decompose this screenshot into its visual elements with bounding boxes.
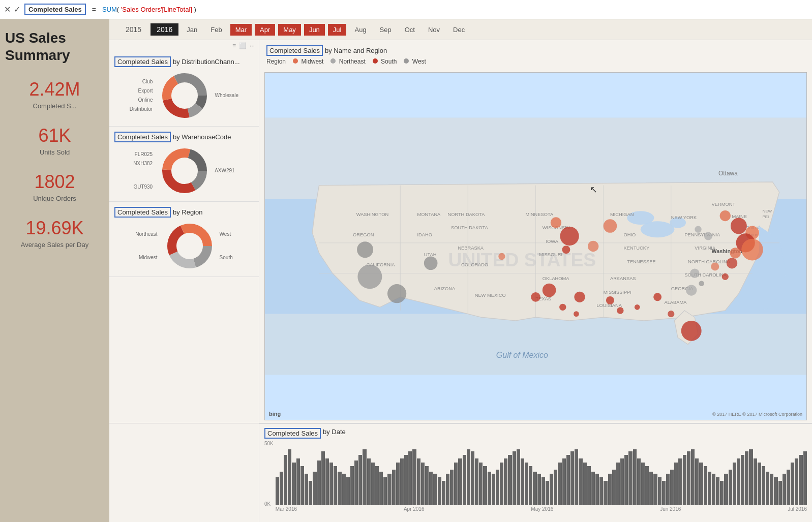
wh-title-rest: by WarehouseCode: [173, 133, 231, 141]
svg-point-77: [604, 219, 617, 233]
bar-item: [429, 472, 433, 505]
bar-item: [745, 451, 748, 505]
svg-point-96: [730, 248, 741, 258]
svg-point-93: [731, 218, 747, 234]
bar-item: [500, 463, 503, 505]
bar-item: [708, 472, 711, 505]
bottom-section: Completed Sales by Date 50K 0K Mar 2016 …: [109, 423, 812, 522]
legend-northeast[interactable]: Northeast: [330, 58, 365, 65]
panel-expand-icon[interactable]: ⬜: [239, 42, 247, 49]
x-label-mar: Mar 2016: [276, 506, 297, 512]
bar-item: [329, 463, 333, 505]
formula-bar: ✕ ✓ Completed Sales = SUM( 'Sales Orders…: [0, 0, 812, 19]
south-dot: [373, 58, 378, 64]
bar-item: [442, 481, 445, 505]
formula-fn: SUM: [102, 6, 117, 13]
bar-item: [305, 474, 308, 505]
month-apr[interactable]: Apr: [255, 24, 275, 36]
svg-text:NORTH DAKOTA: NORTH DAKOTA: [447, 212, 485, 217]
panel-more-icon[interactable]: ···: [250, 42, 255, 49]
bar-item: [521, 458, 524, 505]
bar-item: [496, 470, 499, 505]
kpi-panel: US Sales Summary 2.42M Completed S... 61…: [0, 19, 109, 522]
bar-item: [508, 455, 512, 505]
bar-item: [463, 455, 466, 505]
svg-text:OREGON: OREGON: [353, 232, 374, 237]
svg-text:OHIO: OHIO: [624, 232, 636, 237]
bar-item: [542, 477, 545, 505]
panel-menu-icon[interactable]: ≡: [232, 42, 236, 49]
equals-sign: =: [92, 6, 96, 14]
bar-item: [284, 455, 287, 505]
dist-label-online: Online: [130, 96, 153, 105]
year-2016[interactable]: 2016: [151, 23, 178, 36]
svg-point-98: [727, 258, 737, 268]
bar-item: [504, 458, 507, 505]
month-mar[interactable]: Mar: [230, 24, 252, 36]
svg-point-102: [690, 268, 700, 278]
bar-item: [550, 474, 553, 505]
month-jun[interactable]: Jun: [304, 24, 325, 36]
legend-south[interactable]: South: [373, 58, 397, 65]
svg-point-5: [172, 83, 197, 108]
bar-item: [774, 477, 777, 505]
bar-item: [583, 463, 587, 505]
legend-midwest[interactable]: Midwest: [293, 58, 323, 65]
wh-label-nxh382: NXH382: [133, 159, 153, 168]
bar-item: [288, 449, 291, 505]
distribution-donut-svg: [157, 73, 213, 118]
bar-item: [276, 477, 279, 505]
month-nov[interactable]: Nov: [423, 24, 445, 36]
bar-item: [492, 474, 495, 505]
bar-item: [566, 455, 570, 505]
svg-point-85: [531, 292, 540, 302]
bar-item: [517, 449, 520, 505]
bar-item: [375, 466, 379, 505]
bar-item: [454, 463, 458, 505]
month-aug[interactable]: Aug: [349, 24, 371, 36]
wh-label-axw291: AXW291: [215, 166, 234, 175]
month-jul[interactable]: Jul: [328, 24, 347, 36]
month-jan[interactable]: Jan: [182, 24, 202, 36]
bar-item: [678, 458, 682, 505]
formula-bar-icons: ✕ ✓: [4, 5, 20, 14]
reg-label-south: South: [220, 253, 233, 262]
svg-point-75: [551, 217, 561, 228]
svg-text:MICHIGAN: MICHIGAN: [610, 212, 634, 217]
legend-south-label: South: [381, 58, 397, 65]
svg-text:NEW: NEW: [762, 209, 772, 213]
bar-item: [754, 458, 757, 505]
bar-item: [575, 449, 578, 505]
bar-item: [720, 481, 724, 505]
bar-item: [770, 474, 773, 505]
y-label-min: 0K: [264, 501, 274, 507]
kpi-label-2: Unique Orders: [5, 195, 104, 202]
month-sep[interactable]: Sep: [375, 24, 397, 36]
legend-west[interactable]: West: [404, 58, 426, 65]
dist-title-highlighted: Completed Sales: [114, 56, 171, 67]
field-name-box[interactable]: Completed Sales: [24, 4, 86, 15]
bottom-chart-header: Completed Sales by Date: [264, 428, 807, 439]
svg-point-99: [711, 262, 719, 270]
bar-item: [467, 449, 470, 505]
kpi-value-3: 19.69K: [5, 218, 104, 239]
month-dec[interactable]: Dec: [448, 24, 470, 36]
svg-text:KENTUCKY: KENTUCKY: [624, 245, 650, 251]
close-icon[interactable]: ✕: [4, 5, 11, 14]
map-title-rest: by Name and Region: [325, 47, 387, 54]
month-may[interactable]: May: [278, 24, 301, 36]
svg-text:TENNESSEE: TENNESSEE: [627, 259, 655, 264]
x-label-apr: Apr 2016: [404, 506, 425, 512]
svg-text:MISSISSIPPI: MISSISSIPPI: [604, 290, 631, 295]
bar-item: [425, 466, 429, 505]
month-oct[interactable]: Oct: [400, 24, 420, 36]
bar-item: [783, 474, 786, 505]
check-icon[interactable]: ✓: [14, 5, 20, 14]
bar-item: [704, 466, 707, 505]
map-header: Completed Sales by Name and Region Regio…: [259, 40, 812, 72]
year-2015[interactable]: 2015: [119, 23, 147, 36]
month-feb[interactable]: Feb: [205, 24, 227, 36]
bar-item: [633, 449, 637, 505]
bar-item: [616, 463, 620, 505]
bar-item: [450, 470, 454, 505]
